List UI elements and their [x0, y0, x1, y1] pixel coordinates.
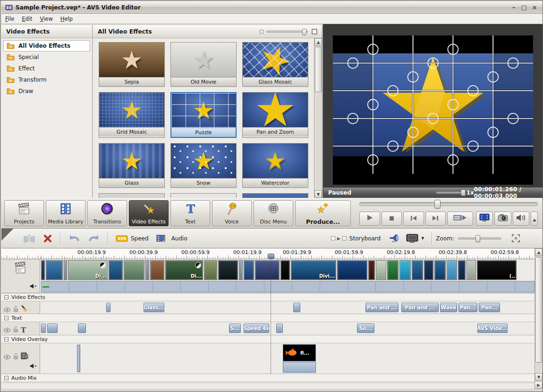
delete-button[interactable]	[39, 232, 56, 245]
effect-clip[interactable]	[106, 303, 110, 312]
collapse-icon[interactable]: −	[4, 316, 8, 320]
visibility-eye-icon[interactable]	[3, 352, 11, 361]
nav-button-disc-menu[interactable]: Disc Menu	[254, 200, 293, 226]
effect-clip[interactable]	[293, 303, 300, 312]
thumbnail-zoom-slider[interactable]	[266, 31, 308, 33]
visibility-eye-icon[interactable]	[3, 305, 11, 314]
zoom-out-square-icon[interactable]	[260, 30, 263, 34]
video-clip[interactable]	[244, 260, 254, 280]
video-clip[interactable]	[204, 260, 217, 280]
text-clip[interactable]: AVS Vide...	[477, 324, 508, 333]
video-clip[interactable]	[109, 260, 123, 280]
effect-clip[interactable]: Wave	[440, 303, 457, 312]
close-button[interactable]: ×	[530, 4, 539, 11]
seek-thumb[interactable]	[434, 200, 441, 209]
next-frame-button[interactable]	[425, 212, 446, 226]
video-clip[interactable]	[150, 260, 164, 280]
effect-thumb-panzoom[interactable]: ★Pan and Zoom	[242, 92, 308, 138]
minimize-button[interactable]: –	[509, 4, 518, 11]
lock-icon[interactable]	[13, 352, 18, 361]
thumbnail-zoom-thumb[interactable]	[302, 29, 306, 35]
effect-thumb-sepia[interactable]: ★Sepia	[99, 42, 165, 87]
text-clip[interactable]: S...	[229, 324, 241, 333]
fit-timeline-button[interactable]	[508, 232, 524, 244]
video-clip[interactable]	[424, 260, 433, 280]
nav-button-transitions[interactable]: Transitions	[87, 200, 127, 226]
menu-edit[interactable]: Edit	[22, 16, 32, 22]
nav-button-projects[interactable]: Projects	[4, 200, 44, 226]
video-clip[interactable]	[447, 260, 457, 280]
video-clip[interactable]: (..	[477, 260, 517, 280]
effect-clip[interactable]: Glass...	[144, 303, 164, 312]
volume-expand-button[interactable]	[531, 212, 538, 226]
video-clip[interactable]	[46, 260, 63, 280]
text-clip[interactable]: So...	[357, 324, 374, 333]
lock-icon[interactable]	[13, 305, 18, 314]
effect-thumb-puzzle[interactable]: ★Puzzle	[170, 92, 237, 138]
video-clip[interactable]	[458, 260, 466, 280]
nav-button-media-library[interactable]: Media Library	[46, 200, 85, 226]
visibility-eye-icon[interactable]	[3, 325, 11, 334]
video-track-lane[interactable]: Di...Di...Divi...(..	[40, 259, 535, 293]
speed-button[interactable]: Speed	[112, 233, 153, 244]
nav-button-video-effects[interactable]: ★Video Effects	[129, 200, 169, 226]
stop-button[interactable]	[382, 212, 402, 226]
video-clip[interactable]	[64, 260, 67, 280]
sidebar-item-draw[interactable]: ★Draw	[3, 85, 90, 97]
zoom-in-square-icon[interactable]	[312, 29, 317, 34]
redo-button[interactable]	[84, 232, 104, 245]
effect-clip[interactable]: Pan and ...	[365, 303, 399, 312]
collapse-icon[interactable]: −	[4, 376, 8, 380]
text-clip[interactable]	[47, 324, 58, 333]
mute-speaker-icon[interactable]	[30, 362, 37, 371]
video-clip[interactable]	[255, 260, 280, 280]
seek-slider[interactable]	[359, 202, 538, 206]
menu-view[interactable]: View	[40, 16, 53, 22]
video-clip[interactable]	[376, 260, 386, 280]
effect-thumb-oldmovie[interactable]: ★Old Movie	[170, 42, 237, 87]
fullscreen-button[interactable]	[476, 212, 493, 226]
previous-frame-button[interactable]	[403, 212, 424, 226]
effects-scrollbar-thumb[interactable]	[315, 47, 322, 92]
text-clip[interactable]: Speed 4x	[244, 324, 269, 333]
effects-track-lane[interactable]: Glass...Pan and ...Pan and ...WavePan...…	[40, 301, 535, 314]
transition-icon[interactable]	[100, 262, 106, 268]
sidebar-item-transform[interactable]: ★Transform	[3, 74, 90, 85]
collapse-icon[interactable]: −	[4, 295, 8, 299]
video-clip[interactable]	[399, 260, 411, 280]
nav-button-voice[interactable]: Voice	[212, 200, 252, 226]
timeline-vertical-scrollbar[interactable]: ▲ ▼	[535, 248, 543, 381]
collapse-icon[interactable]: −	[4, 337, 8, 341]
snapshot-button[interactable]	[494, 212, 511, 226]
effect-clip[interactable]: Pan...	[479, 303, 500, 312]
playback-speed-thumb[interactable]	[461, 189, 466, 196]
preview-clip-button[interactable]	[447, 212, 473, 226]
video-clip[interactable]	[412, 260, 423, 280]
effect-thumb-glass[interactable]: ★Glass	[99, 143, 165, 188]
effect-thumb-watercolor[interactable]: ★Watercolor	[242, 143, 308, 188]
timeline-zoom-thumb[interactable]	[475, 235, 480, 242]
volume-button[interactable]	[513, 212, 530, 226]
video-clip[interactable]	[218, 260, 238, 280]
text-clip[interactable]	[78, 324, 86, 333]
playback-speed-slider[interactable]	[436, 192, 462, 194]
effect-thumb-glassmosaic[interactable]: ★Glass Mosaic	[242, 42, 308, 87]
effect-thumb-gridmosaic[interactable]: ★Grid Mosaic	[99, 92, 165, 138]
maximize-button[interactable]: □	[520, 4, 528, 11]
display-mode-button[interactable]: ▼	[402, 232, 428, 245]
scroll-down-icon[interactable]: ▼	[535, 373, 543, 381]
scroll-up-icon[interactable]: ▲	[535, 248, 543, 256]
video-clip[interactable]	[239, 260, 243, 280]
split-button[interactable]	[19, 232, 39, 245]
video-clip[interactable]	[280, 260, 290, 280]
text-track-lane[interactable]: S...Speed 4xSo...AVS Vide...	[40, 322, 535, 335]
storyboard-toggle[interactable]: ▶ Storyboard	[327, 233, 384, 244]
scroll-down-icon[interactable]: ▼	[314, 190, 322, 198]
video-clip[interactable]	[368, 260, 375, 280]
mute-speaker-icon[interactable]	[30, 282, 37, 291]
overlay-clip[interactable]: fi...	[283, 344, 316, 373]
video-clip[interactable]	[387, 260, 399, 280]
play-button[interactable]	[359, 212, 380, 226]
scroll-right-icon[interactable]: ▶	[535, 381, 543, 389]
undo-button[interactable]	[64, 232, 84, 245]
